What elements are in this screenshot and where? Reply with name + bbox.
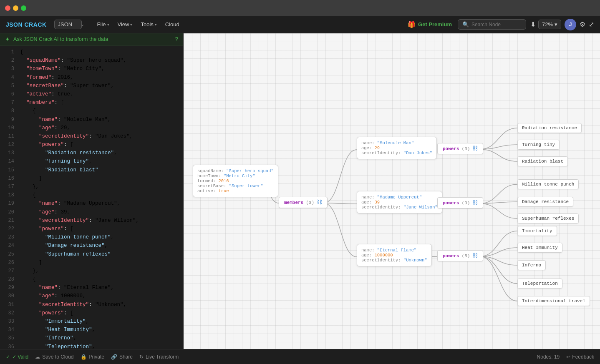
code-content: "secretIdentity": "Unknown", xyxy=(20,301,126,309)
code-content: "Radiation blast" xyxy=(20,166,98,174)
line-number: 25 xyxy=(3,251,14,259)
download-button[interactable]: ⬇ xyxy=(530,20,536,28)
save-to-cloud-button[interactable]: ☁ Save to Cloud xyxy=(35,354,73,360)
code-line: 34 "Heat Immunity", xyxy=(0,326,183,334)
code-line: 36 "Teleportation", xyxy=(0,343,183,349)
code-line: 26 ] xyxy=(0,259,183,267)
chevron-down-icon: ▾ xyxy=(555,21,557,28)
code-content: { xyxy=(20,191,36,199)
private-button[interactable]: 🔒 Private xyxy=(81,354,104,360)
menu-view[interactable]: View ▾ xyxy=(114,20,136,29)
code-content: "age": 1000000, xyxy=(20,292,86,300)
search-icon: 🔍 xyxy=(462,21,469,28)
minimize-button[interactable] xyxy=(13,5,18,11)
graph-node[interactable]: name: "Madame Uppercut"age: 39secretIden… xyxy=(357,191,442,213)
code-content: "members": [ xyxy=(20,98,64,107)
live-transform-button[interactable]: ↻ Live Transform xyxy=(139,354,179,360)
line-number: 8 xyxy=(3,107,14,115)
array-node[interactable]: members (3) ⛓ xyxy=(279,197,328,208)
user-avatar[interactable]: J xyxy=(565,19,576,30)
array-node[interactable]: powers (3) ⛓ xyxy=(437,197,483,208)
code-content: { xyxy=(20,107,36,115)
leaf-node: Immortality xyxy=(517,226,557,236)
line-number: 27 xyxy=(3,267,14,275)
ai-icon: ✦ xyxy=(5,36,10,43)
line-number: 4 xyxy=(3,74,14,82)
ai-help-icon[interactable]: ? xyxy=(175,36,178,43)
close-button[interactable] xyxy=(5,5,10,11)
line-number: 24 xyxy=(3,242,14,250)
feedback-button[interactable]: ↩ Feedback xyxy=(566,354,594,360)
node-field: formed: 2016 xyxy=(197,178,274,183)
expand-button[interactable]: ⤢ xyxy=(589,20,594,28)
code-line: 8 { xyxy=(0,107,183,115)
line-number: 9 xyxy=(3,116,14,124)
search-input[interactable] xyxy=(471,22,522,28)
zoom-control[interactable]: 72% ▾ xyxy=(538,20,561,29)
leaf-node: Radiation resistance xyxy=(517,123,582,133)
line-number: 1 xyxy=(3,48,14,56)
array-node[interactable]: powers (5) ⛓ xyxy=(437,250,483,261)
graph-node[interactable]: name: "Molecule Man"age: 29secretIdentit… xyxy=(357,137,437,159)
refresh-icon: ↻ xyxy=(139,354,144,360)
code-line: 15 "Radiation blast" xyxy=(0,166,183,174)
line-number: 11 xyxy=(3,133,14,141)
array-node[interactable]: powers (3) ⛓ xyxy=(437,143,483,154)
node-field: name: "Madame Uppercut" xyxy=(361,195,438,200)
code-content: "Heat Immunity", xyxy=(20,326,95,334)
graph-node[interactable]: name: "Eternal Flame"age: 1000000secretI… xyxy=(357,244,432,266)
ai-bar[interactable]: ✦ Ask JSON Crack AI to transform the dat… xyxy=(0,33,183,45)
code-line: 29 "name": "Eternal Flame", xyxy=(0,284,183,292)
code-line: 30 "age": 1000000, xyxy=(0,292,183,300)
code-content: "homeTown": "Metro City", xyxy=(20,65,105,73)
share-button[interactable]: 🔗 Share xyxy=(111,354,133,360)
code-content: "formed": 2016, xyxy=(20,73,73,82)
code-content: "name": "Madame Uppercut", xyxy=(20,199,120,208)
code-content: "powers": [ xyxy=(20,225,73,233)
line-number: 15 xyxy=(3,166,14,174)
line-number: 16 xyxy=(3,175,14,183)
graph-node[interactable]: squadName: "Super hero squad"homeTown: "… xyxy=(193,165,278,197)
node-field: name: "Eternal Flame" xyxy=(361,248,427,253)
code-line: 7 "members": [ xyxy=(0,98,183,107)
code-line: 5 "secretBase": "Super tower", xyxy=(0,82,183,90)
line-number: 28 xyxy=(3,276,14,284)
node-field: secretIdentity: "Dan Jukes" xyxy=(361,151,432,156)
line-number: 22 xyxy=(3,225,14,233)
nodes-count: Nodes: 19 xyxy=(537,354,560,360)
code-line: 1{ xyxy=(0,48,183,56)
code-line: 6 "active": true, xyxy=(0,90,183,98)
menu-cloud[interactable]: Cloud xyxy=(161,20,183,29)
menu-tools[interactable]: Tools ▾ xyxy=(137,20,160,29)
line-number: 17 xyxy=(3,183,14,191)
code-content: "age": 39, xyxy=(20,208,70,216)
menu-file[interactable]: File ▾ xyxy=(93,20,113,29)
line-number: 2 xyxy=(3,57,14,65)
code-content: "Superhuman reflexes" xyxy=(20,250,111,259)
chevron-down-icon: ▾ xyxy=(155,23,157,27)
code-line: 31 "secretIdentity": "Unknown", xyxy=(0,301,183,309)
check-icon: ✓ xyxy=(6,354,10,360)
format-select[interactable]: JSON YAML XML TOML CSV xyxy=(54,20,82,29)
code-line: 11 "secretIdentity": "Dan Jukes", xyxy=(0,132,183,141)
line-number: 12 xyxy=(3,141,14,149)
code-editor[interactable]: 1{2 "squadName": "Super hero squad",3 "h… xyxy=(0,45,183,349)
line-number: 21 xyxy=(3,217,14,225)
leaf-node: Damage resistance xyxy=(517,197,573,207)
leaf-node: Inferno xyxy=(517,260,546,270)
line-number: 26 xyxy=(3,259,14,267)
get-premium-button[interactable]: 🎁 Get Premium xyxy=(408,21,452,28)
maximize-button[interactable] xyxy=(21,5,26,11)
code-content: "age": 29, xyxy=(20,124,70,132)
code-content: "powers": [ xyxy=(20,141,73,149)
leaf-node: Teleportation xyxy=(517,279,562,289)
right-panel[interactable]: squadName: "Super hero squad"homeTown: "… xyxy=(184,33,600,349)
code-line: 19 "name": "Madame Uppercut", xyxy=(0,199,183,208)
settings-button[interactable]: ⚙ xyxy=(580,20,585,28)
line-number: 6 xyxy=(3,90,14,98)
code-line: 27 }, xyxy=(0,267,183,275)
code-line: 35 "Inferno", xyxy=(0,334,183,342)
code-line: 32 "powers": [ xyxy=(0,309,183,317)
line-number: 33 xyxy=(3,318,14,326)
leaf-node: Turning tiny xyxy=(517,140,560,150)
